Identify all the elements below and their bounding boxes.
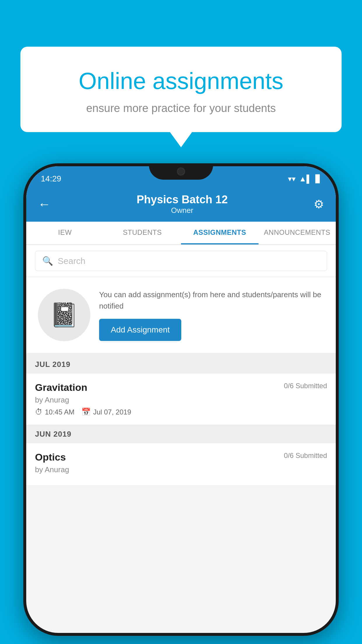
status-icons: ▾▾ ▲▌ ▊	[288, 174, 321, 183]
tab-assignments[interactable]: ASSIGNMENTS	[181, 222, 259, 244]
promo-card: 📓 You can add assignment(s) from here an…	[26, 277, 336, 355]
phone-frame: 14:29 ▾▾ ▲▌ ▊ ← Physics Batch 12 Owner ⚙…	[23, 163, 339, 636]
tab-announcements[interactable]: ANNOUNCEMENTS	[259, 222, 336, 244]
search-input-wrapper[interactable]: 🔍 Search	[35, 251, 327, 271]
clock-icon: ⏱	[35, 407, 43, 416]
search-container: 🔍 Search	[26, 245, 336, 277]
settings-icon[interactable]: ⚙	[314, 197, 324, 211]
promo-content: You can add assignment(s) from here and …	[99, 289, 324, 341]
speech-bubble-subtitle: ensure more practice for your students	[44, 102, 318, 115]
section-header-jun2019: JUN 2019	[26, 425, 336, 443]
assignment-item-gravitation[interactable]: Gravitation 0/6 Submitted by Anurag ⏱ 10…	[26, 374, 336, 425]
tab-iew[interactable]: IEW	[26, 222, 104, 244]
section-header-jul2019: JUL 2019	[26, 355, 336, 374]
search-icon: 🔍	[42, 256, 53, 266]
assignment-meta-gravitation: ⏱ 10:45 AM 📅 Jul 07, 2019	[35, 407, 327, 416]
phone-screen: 14:29 ▾▾ ▲▌ ▊ ← Physics Batch 12 Owner ⚙…	[26, 166, 336, 633]
promo-icon-circle: 📓	[38, 289, 90, 341]
app-header: ← Physics Batch 12 Owner ⚙	[26, 187, 336, 222]
assignment-submitted-gravitation: 0/6 Submitted	[284, 382, 327, 390]
assignment-date-gravitation: 📅 Jul 07, 2019	[81, 407, 131, 416]
assignment-time-gravitation: ⏱ 10:45 AM	[35, 407, 74, 416]
phone-camera	[177, 167, 185, 176]
wifi-icon: ▾▾	[288, 174, 296, 183]
assignment-item-optics[interactable]: Optics 0/6 Submitted by Anurag	[26, 443, 336, 486]
assignment-item-header: Gravitation 0/6 Submitted	[35, 382, 327, 393]
promo-text: You can add assignment(s) from here and …	[99, 289, 324, 312]
calendar-icon: 📅	[81, 407, 91, 416]
speech-bubble-container: Online assignments ensure more practice …	[20, 47, 342, 132]
assignment-item-header-optics: Optics 0/6 Submitted	[35, 452, 327, 463]
header-subtitle: Owner	[137, 206, 228, 215]
assignment-submitted-optics: 0/6 Submitted	[284, 452, 327, 460]
speech-bubble-title: Online assignments	[44, 67, 318, 95]
status-time: 14:29	[41, 174, 61, 183]
back-button[interactable]: ←	[38, 197, 51, 211]
notebook-icon: 📓	[50, 301, 79, 329]
assignment-by-gravitation: by Anurag	[35, 396, 327, 405]
signal-icon: ▲▌	[299, 174, 312, 183]
assignment-title-optics: Optics	[35, 452, 66, 463]
tabs-bar: IEW STUDENTS ASSIGNMENTS ANNOUNCEMENTS	[26, 222, 336, 245]
assignment-date-text: Jul 07, 2019	[93, 408, 131, 416]
tab-students[interactable]: STUDENTS	[104, 222, 181, 244]
phone-notch	[149, 163, 213, 180]
assignment-title-gravitation: Gravitation	[35, 382, 87, 393]
header-title-container: Physics Batch 12 Owner	[137, 193, 228, 215]
speech-bubble: Online assignments ensure more practice …	[20, 47, 342, 132]
search-input[interactable]: Search	[58, 256, 85, 266]
assignment-time-text: 10:45 AM	[45, 408, 74, 416]
battery-icon: ▊	[315, 174, 321, 183]
header-title: Physics Batch 12	[137, 193, 228, 206]
add-assignment-button[interactable]: Add Assignment	[99, 319, 181, 341]
assignment-by-optics: by Anurag	[35, 465, 327, 474]
